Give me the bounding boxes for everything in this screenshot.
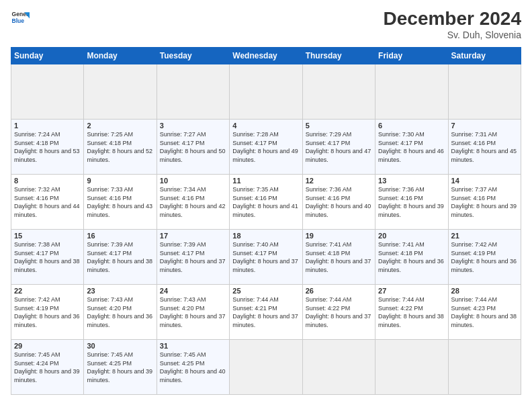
calendar-cell: 28Sunrise: 7:44 AMSunset: 4:23 PMDayligh… [448,285,521,340]
calendar-cell [230,340,302,395]
calendar-header-row: SundayMondayTuesdayWednesdayThursdayFrid… [11,48,521,64]
calendar-cell: 29Sunrise: 7:45 AMSunset: 4:24 PMDayligh… [11,340,84,395]
day-number: 1 [14,122,81,130]
cell-info: Sunrise: 7:35 AMSunset: 4:16 PMDaylight:… [232,185,299,219]
cell-info: Sunrise: 7:28 AMSunset: 4:17 PMDaylight:… [232,130,299,164]
svg-text:Blue: Blue [12,17,25,24]
cell-info: Sunrise: 7:24 AMSunset: 4:18 PMDaylight:… [14,130,81,164]
column-header-thursday: Thursday [302,48,375,64]
cell-info: Sunrise: 7:45 AMSunset: 4:25 PMDaylight:… [87,351,153,384]
title-block: December 2024 Sv. Duh, Slovenia [384,8,521,40]
cell-info: Sunrise: 7:37 AMSunset: 4:16 PMDaylight:… [451,185,518,219]
cell-info: Sunrise: 7:29 AMSunset: 4:17 PMDaylight:… [306,130,372,164]
calendar-table: SundayMondayTuesdayWednesdayThursdayFrid… [11,47,521,395]
cell-info: Sunrise: 7:42 AMSunset: 4:19 PMDaylight:… [14,295,81,329]
day-number: 3 [160,122,226,130]
day-number: 21 [451,232,518,240]
calendar-cell: 13Sunrise: 7:36 AMSunset: 4:16 PMDayligh… [375,175,448,230]
cell-info: Sunrise: 7:43 AMSunset: 4:20 PMDaylight:… [87,295,153,329]
calendar-cell [11,64,84,120]
column-header-friday: Friday [375,48,448,64]
location: Sv. Duh, Slovenia [384,30,521,40]
calendar-cell: 10Sunrise: 7:34 AMSunset: 4:16 PMDayligh… [157,175,229,230]
cell-info: Sunrise: 7:25 AMSunset: 4:18 PMDaylight:… [87,130,153,164]
day-number: 19 [306,232,372,240]
calendar-cell: 22Sunrise: 7:42 AMSunset: 4:19 PMDayligh… [11,285,84,340]
day-number: 30 [87,342,153,350]
day-number: 13 [378,177,445,185]
calendar-cell: 30Sunrise: 7:45 AMSunset: 4:25 PMDayligh… [84,340,157,395]
cell-info: Sunrise: 7:45 AMSunset: 4:24 PMDaylight:… [14,351,81,384]
cell-info: Sunrise: 7:27 AMSunset: 4:17 PMDaylight:… [160,130,226,164]
day-number: 8 [14,177,81,185]
calendar-cell: 16Sunrise: 7:39 AMSunset: 4:17 PMDayligh… [84,230,157,285]
cell-info: Sunrise: 7:36 AMSunset: 4:16 PMDaylight:… [306,185,372,219]
calendar-cell: 19Sunrise: 7:41 AMSunset: 4:18 PMDayligh… [302,230,375,285]
calendar-cell: 1Sunrise: 7:24 AMSunset: 4:18 PMDaylight… [11,120,84,175]
calendar-cell: 25Sunrise: 7:44 AMSunset: 4:21 PMDayligh… [230,285,302,340]
day-number: 14 [451,177,518,185]
calendar-cell: 18Sunrise: 7:40 AMSunset: 4:17 PMDayligh… [230,230,302,285]
day-number: 27 [378,287,445,295]
cell-info: Sunrise: 7:45 AMSunset: 4:25 PMDaylight:… [160,351,226,384]
calendar-cell: 7Sunrise: 7:31 AMSunset: 4:16 PMDaylight… [448,120,521,175]
calendar-cell [302,340,375,395]
column-header-monday: Monday [84,48,157,64]
calendar-week-0 [11,64,521,120]
day-number: 28 [451,287,518,295]
cell-info: Sunrise: 7:42 AMSunset: 4:19 PMDaylight:… [451,240,518,274]
calendar-cell: 15Sunrise: 7:38 AMSunset: 4:17 PMDayligh… [11,230,84,285]
day-number: 11 [232,177,299,185]
day-number: 29 [14,342,81,350]
calendar-cell [375,64,448,120]
calendar-cell: 17Sunrise: 7:39 AMSunset: 4:17 PMDayligh… [157,230,229,285]
calendar-cell: 31Sunrise: 7:45 AMSunset: 4:25 PMDayligh… [157,340,229,395]
calendar-cell: 2Sunrise: 7:25 AMSunset: 4:18 PMDaylight… [84,120,157,175]
cell-info: Sunrise: 7:41 AMSunset: 4:18 PMDaylight:… [306,240,372,274]
day-number: 22 [14,287,81,295]
cell-info: Sunrise: 7:30 AMSunset: 4:17 PMDaylight:… [378,130,445,164]
calendar-cell: 12Sunrise: 7:36 AMSunset: 4:16 PMDayligh… [302,175,375,230]
day-number: 23 [87,287,153,295]
cell-info: Sunrise: 7:36 AMSunset: 4:16 PMDaylight:… [378,185,445,219]
day-number: 15 [14,232,81,240]
calendar-cell: 5Sunrise: 7:29 AMSunset: 4:17 PMDaylight… [302,120,375,175]
calendar-cell: 3Sunrise: 7:27 AMSunset: 4:17 PMDaylight… [157,120,229,175]
cell-info: Sunrise: 7:33 AMSunset: 4:16 PMDaylight:… [87,185,153,219]
calendar-week-5: 29Sunrise: 7:45 AMSunset: 4:24 PMDayligh… [11,340,521,395]
day-number: 26 [306,287,372,295]
calendar-cell: 21Sunrise: 7:42 AMSunset: 4:19 PMDayligh… [448,230,521,285]
day-number: 24 [160,287,226,295]
calendar-week-3: 15Sunrise: 7:38 AMSunset: 4:17 PMDayligh… [11,230,521,285]
cell-info: Sunrise: 7:41 AMSunset: 4:18 PMDaylight:… [378,240,445,274]
day-number: 5 [306,122,372,130]
cell-info: Sunrise: 7:39 AMSunset: 4:17 PMDaylight:… [87,240,153,274]
day-number: 31 [160,342,226,350]
cell-info: Sunrise: 7:43 AMSunset: 4:20 PMDaylight:… [160,295,226,329]
calendar-cell: 8Sunrise: 7:32 AMSunset: 4:16 PMDaylight… [11,175,84,230]
cell-info: Sunrise: 7:44 AMSunset: 4:23 PMDaylight:… [451,295,518,329]
day-number: 10 [160,177,226,185]
day-number: 12 [306,177,372,185]
calendar-week-4: 22Sunrise: 7:42 AMSunset: 4:19 PMDayligh… [11,285,521,340]
calendar-header: General Blue December 2024 Sv. Duh, Slov… [11,8,521,40]
day-number: 20 [378,232,445,240]
day-number: 4 [232,122,299,130]
column-header-saturday: Saturday [448,48,521,64]
calendar-cell: 20Sunrise: 7:41 AMSunset: 4:18 PMDayligh… [375,230,448,285]
day-number: 18 [232,232,299,240]
cell-info: Sunrise: 7:31 AMSunset: 4:16 PMDaylight:… [451,130,518,164]
calendar-cell [230,64,302,120]
cell-info: Sunrise: 7:44 AMSunset: 4:21 PMDaylight:… [232,295,299,329]
calendar-cell [157,64,229,120]
calendar-cell [302,64,375,120]
calendar-cell: 4Sunrise: 7:28 AMSunset: 4:17 PMDaylight… [230,120,302,175]
month-title: December 2024 [384,8,521,30]
cell-info: Sunrise: 7:34 AMSunset: 4:16 PMDaylight:… [160,185,226,219]
cell-info: Sunrise: 7:44 AMSunset: 4:22 PMDaylight:… [306,295,372,329]
calendar-cell: 27Sunrise: 7:44 AMSunset: 4:22 PMDayligh… [375,285,448,340]
day-number: 6 [378,122,445,130]
calendar-week-1: 1Sunrise: 7:24 AMSunset: 4:18 PMDaylight… [11,120,521,175]
calendar-cell: 26Sunrise: 7:44 AMSunset: 4:22 PMDayligh… [302,285,375,340]
cell-info: Sunrise: 7:44 AMSunset: 4:22 PMDaylight:… [378,295,445,329]
